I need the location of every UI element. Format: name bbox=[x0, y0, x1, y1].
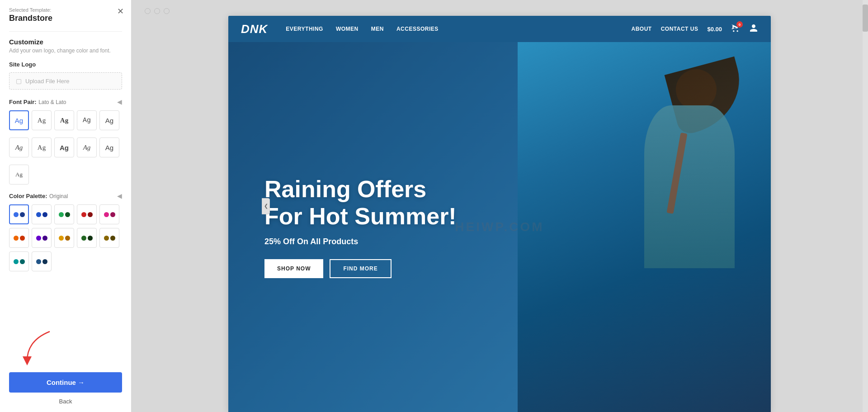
color-swatches-row3 bbox=[9, 251, 122, 271]
color-swatch-7[interactable] bbox=[32, 228, 52, 248]
store-logo: DNK bbox=[241, 22, 268, 36]
close-button[interactable]: ✕ bbox=[117, 6, 124, 16]
font-swatch-9[interactable]: Ag bbox=[77, 137, 97, 157]
font-swatch-7[interactable]: Ag bbox=[32, 137, 52, 157]
hero-person-image bbox=[518, 42, 771, 412]
cart-badge: 0 bbox=[736, 21, 743, 28]
nav-links: EVERYTHING WOMEN MEN ACCESSORIES bbox=[286, 26, 631, 32]
site-logo-label: Site Logo bbox=[9, 61, 122, 68]
font-swatch-6[interactable]: Ag bbox=[9, 137, 29, 157]
collapse-handle[interactable]: ❮ bbox=[262, 198, 270, 214]
color-swatch-2[interactable] bbox=[32, 204, 52, 224]
hero-subtitle: 25% Off On All Products bbox=[264, 237, 468, 246]
nav-right: ABOUT CONTACT US $0.00 0 bbox=[632, 24, 759, 34]
user-icon[interactable] bbox=[749, 24, 758, 34]
hero-buttons: SHOP NOW FIND MORE bbox=[264, 259, 468, 278]
upload-placeholder: Upload File Here bbox=[25, 78, 70, 85]
red-arrow-indicator bbox=[14, 327, 86, 368]
color-swatch-5[interactable] bbox=[99, 204, 119, 224]
color-swatch-3[interactable] bbox=[54, 204, 74, 224]
nav-link-accessories[interactable]: ACCESSORIES bbox=[396, 26, 439, 32]
font-swatches-row1: Ag Ag Ag Ag Ag bbox=[9, 110, 122, 130]
nav-link-men[interactable]: MEN bbox=[371, 26, 384, 32]
font-swatch-2[interactable]: Ag bbox=[32, 110, 52, 130]
browser-dot-3 bbox=[164, 8, 170, 14]
left-panel: Selected Template: Brandstore ✕ Customiz… bbox=[0, 0, 131, 412]
continue-button[interactable]: Continue → bbox=[9, 372, 122, 393]
divider bbox=[9, 31, 122, 32]
image-icon: ▢ bbox=[16, 77, 22, 85]
font-pair-label: Font Pair: Lato & Lato bbox=[9, 98, 66, 106]
shop-now-button[interactable]: SHOP NOW bbox=[264, 259, 323, 278]
font-swatch-4[interactable]: Ag bbox=[77, 110, 97, 130]
browser-dot-2 bbox=[154, 8, 160, 14]
nav-contact-us[interactable]: CONTACT US bbox=[661, 26, 698, 32]
scrollbar-thumb[interactable] bbox=[863, 5, 868, 32]
nav-about[interactable]: ABOUT bbox=[632, 26, 652, 32]
person-background bbox=[518, 42, 771, 412]
hero-title: Raining Offers For Hot Summer! bbox=[264, 176, 468, 230]
font-swatch-1[interactable]: Ag bbox=[9, 110, 29, 130]
color-swatch-9[interactable] bbox=[77, 228, 97, 248]
font-swatch-10[interactable]: Ag bbox=[99, 137, 119, 157]
hero-content: Raining Offers For Hot Summer! 25% Off O… bbox=[264, 176, 468, 279]
nav-link-everything[interactable]: EVERYTHING bbox=[286, 26, 323, 32]
store-nav: DNK EVERYTHING WOMEN MEN ACCESSORIES ABO… bbox=[228, 16, 771, 42]
color-palette-value: Original bbox=[49, 193, 68, 199]
font-swatch-3[interactable]: Ag bbox=[54, 110, 74, 130]
back-link[interactable]: Back bbox=[9, 398, 122, 405]
hero-section: Raining Offers For Hot Summer! 25% Off O… bbox=[228, 42, 771, 412]
font-swatches-row3: Ag bbox=[9, 165, 122, 185]
font-swatches-row2: Ag Ag Ag Ag Ag bbox=[9, 137, 122, 157]
color-swatch-6[interactable] bbox=[9, 228, 29, 248]
color-settings-icon[interactable]: ◀ bbox=[117, 192, 122, 199]
color-swatch-11[interactable] bbox=[9, 251, 29, 271]
right-area: DNK EVERYTHING WOMEN MEN ACCESSORIES ABO… bbox=[131, 0, 868, 412]
customize-subtitle: Add your own logo, change color and font… bbox=[9, 47, 122, 54]
color-palette-row: Color Palette: Original ◀ bbox=[9, 192, 122, 200]
color-swatch-4[interactable] bbox=[77, 204, 97, 224]
selected-template-label: Selected Template: bbox=[9, 7, 122, 13]
chevron-left-icon: ❮ bbox=[264, 203, 268, 209]
font-swatch-8[interactable]: Ag bbox=[54, 137, 74, 157]
cart-amount[interactable]: $0.00 bbox=[707, 26, 722, 33]
color-swatches-row1 bbox=[9, 204, 122, 224]
color-swatches-row2 bbox=[9, 228, 122, 248]
color-swatch-10[interactable] bbox=[99, 228, 119, 248]
color-swatch-12[interactable] bbox=[32, 251, 52, 271]
preview-scrollbar[interactable] bbox=[863, 0, 868, 412]
font-settings-icon[interactable]: ◀ bbox=[117, 98, 122, 105]
cart-icon[interactable]: 0 bbox=[731, 24, 740, 34]
font-swatch-5[interactable]: Ag bbox=[99, 110, 119, 130]
browser-chrome bbox=[140, 8, 170, 14]
template-name: Brandstore bbox=[9, 14, 122, 23]
customize-title: Customize bbox=[9, 38, 122, 46]
find-more-button[interactable]: FIND MORE bbox=[330, 259, 391, 278]
nav-link-women[interactable]: WOMEN bbox=[336, 26, 359, 32]
font-pair-row: Font Pair: Lato & Lato ◀ bbox=[9, 98, 122, 106]
color-palette-label-wrap: Color Palette: Original bbox=[9, 192, 68, 200]
color-swatch-8[interactable] bbox=[54, 228, 74, 248]
font-swatch-11[interactable]: Ag bbox=[9, 165, 29, 185]
arrow-spacer bbox=[9, 279, 122, 372]
upload-area[interactable]: ▢ Upload File Here bbox=[9, 72, 122, 90]
browser-dot-1 bbox=[145, 8, 151, 14]
color-swatch-1[interactable] bbox=[9, 204, 29, 224]
preview-frame: DNK EVERYTHING WOMEN MEN ACCESSORIES ABO… bbox=[228, 16, 771, 412]
